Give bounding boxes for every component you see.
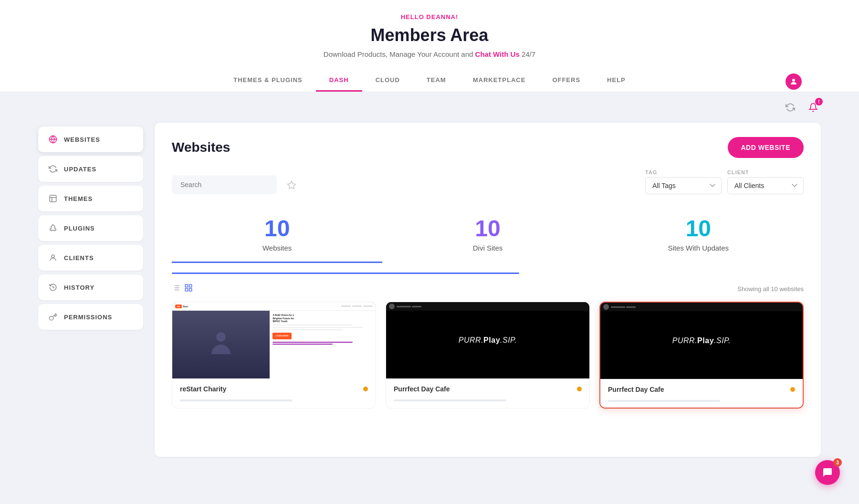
nav-item-dash[interactable]: DASH: [316, 70, 362, 92]
avatar[interactable]: [786, 74, 802, 90]
show-count-row: Showing all 10 websites: [172, 284, 804, 294]
subtitle-before: Download Products, Manage Your Account a…: [324, 50, 475, 58]
chat-widget[interactable]: 3: [815, 460, 840, 485]
card-status-restart: [363, 387, 368, 391]
card-purrfect-1[interactable]: PURR.Play.SIP. Purrfect Day Cafe: [386, 302, 590, 409]
sidebar-label-clients: CLIENTS: [64, 254, 94, 262]
stats-row: 10 Websites 10 Divi Sites 10 Sites With …: [172, 208, 804, 263]
card-footer-restart: reStart Charity: [172, 378, 376, 399]
sidebar-item-themes[interactable]: THEMES: [38, 186, 143, 211]
view-toggle: [172, 284, 193, 294]
card-bar-inner-restart: [180, 399, 293, 401]
stat-websites: 10 Websites: [172, 208, 382, 263]
sidebar-item-websites[interactable]: WEBSITES: [38, 126, 143, 152]
tag-label: TAG: [645, 169, 722, 175]
sidebar-item-clients[interactable]: CLIENTS: [38, 245, 143, 271]
nav-item-themes-plugins[interactable]: THEMES & PLUGINS: [220, 70, 316, 92]
content-area: Websites ADD WEBSITE TAG All Tags CLIENT: [155, 123, 821, 457]
card-name-purrfect-1: Purrfect Day Cafe: [394, 385, 450, 393]
user-icon: [48, 252, 58, 263]
card-name-restart: reStart Charity: [180, 385, 226, 393]
stat-updates-label: Sites With Updates: [603, 244, 794, 252]
svg-rect-15: [185, 284, 188, 287]
notification-icon[interactable]: !: [806, 100, 821, 115]
card-status-purrfect-1: [577, 387, 582, 391]
globe-icon: [48, 134, 58, 145]
sidebar-item-plugins[interactable]: PLUGINS: [38, 215, 143, 241]
refresh-icon[interactable]: [783, 100, 798, 115]
stat-sites-updates: 10 Sites With Updates: [593, 208, 804, 263]
plug-icon: [48, 223, 58, 233]
card-status-purrfect-2: [790, 387, 795, 392]
content-title: Websites: [172, 140, 230, 155]
svg-point-7: [50, 316, 53, 320]
stat-divi-number: 10: [392, 217, 583, 240]
svg-point-19: [216, 332, 226, 342]
sidebar: WEBSITES UPDATES THEMES: [38, 123, 143, 457]
svg-point-0: [792, 79, 795, 82]
card-footer-purrfect-2: Purrfect Day Cafe: [600, 379, 803, 400]
chat-badge: 3: [833, 458, 842, 467]
sidebar-label-permissions: PERMISSIONS: [64, 314, 112, 321]
card-bar-purrfect-1: [386, 399, 589, 407]
svg-marker-8: [288, 181, 296, 189]
card-bar-restart: [172, 399, 376, 407]
card-name-purrfect-2: Purrfect Day Cafe: [608, 386, 664, 393]
tag-filter: TAG All Tags: [645, 169, 722, 194]
tag-select[interactable]: All Tags: [645, 177, 722, 194]
svg-point-6: [52, 255, 54, 258]
nav-item-help[interactable]: HELP: [594, 70, 639, 92]
client-label: CLIENT: [727, 169, 804, 175]
sidebar-label-plugins: PLUGINS: [64, 225, 95, 232]
card-footer-purrfect-1: Purrfect Day Cafe: [386, 378, 589, 399]
stats-progress-bar: [172, 273, 519, 274]
filters-row: TAG All Tags CLIENT All Clients: [172, 169, 804, 194]
card-thumbnail-restart: re Start: [172, 302, 376, 378]
subtitle-after: 24/7: [520, 50, 535, 58]
sidebar-label-themes: THEMES: [64, 195, 93, 202]
svg-rect-18: [189, 289, 192, 291]
sidebar-label-websites: WEBSITES: [64, 136, 100, 143]
header: HELLO DEANNA! Members Area Download Prod…: [0, 0, 859, 92]
card-purrfect-2-selected[interactable]: PURR.Play.SIP. Purrfect Day Cafe: [599, 302, 804, 409]
stat-websites-number: 10: [181, 217, 373, 240]
grid-view-btn[interactable]: [184, 284, 193, 294]
sidebar-label-updates: UPDATES: [64, 166, 96, 173]
client-filter: CLIENT All Clients: [727, 169, 804, 194]
favorites-button[interactable]: [283, 176, 301, 194]
svg-rect-3: [50, 195, 56, 202]
card-restart-charity[interactable]: re Start: [172, 302, 376, 409]
layout-icon: [48, 193, 58, 204]
main-layout: WEBSITES UPDATES THEMES: [0, 123, 859, 457]
client-select[interactable]: All Clients: [727, 177, 804, 194]
header-subtitle: Download Products, Manage Your Account a…: [0, 50, 859, 58]
show-count-text: Showing all 10 websites: [737, 285, 804, 293]
stat-websites-label: Websites: [181, 244, 373, 252]
card-bar-inner-purrfect-1: [394, 399, 506, 401]
list-view-btn[interactable]: [172, 284, 180, 294]
nav-item-marketplace[interactable]: MARKETPLACE: [460, 70, 539, 92]
search-input[interactable]: [172, 175, 277, 194]
add-website-button[interactable]: ADD WEBSITE: [728, 137, 804, 158]
main-nav: THEMES & PLUGINS DASH CLOUD TEAM MARKETP…: [0, 70, 859, 92]
notification-badge: !: [815, 98, 823, 105]
cards-grid: re Start: [172, 302, 804, 409]
sidebar-item-updates[interactable]: UPDATES: [38, 156, 143, 182]
toolbar: !: [0, 92, 859, 123]
nav-item-offers[interactable]: OFFERS: [539, 70, 594, 92]
card-bar-inner-purrfect-2: [608, 400, 720, 402]
svg-rect-17: [185, 289, 188, 291]
chat-link[interactable]: Chat With Us: [475, 50, 520, 58]
content-header: Websites ADD WEBSITE: [172, 137, 804, 158]
stat-divi-label: Divi Sites: [392, 244, 583, 252]
svg-rect-16: [189, 284, 192, 287]
sidebar-item-permissions[interactable]: PERMISSIONS: [38, 304, 143, 330]
refresh-icon: [48, 164, 58, 174]
sidebar-item-history[interactable]: HISTORY: [38, 274, 143, 300]
card-bar-purrfect-2: [600, 400, 803, 408]
card-thumbnail-purrfect-1: PURR.Play.SIP.: [386, 302, 589, 378]
nav-item-cloud[interactable]: CLOUD: [362, 70, 413, 92]
stat-updates-number: 10: [603, 217, 794, 240]
history-icon: [48, 282, 58, 293]
nav-item-team[interactable]: TEAM: [413, 70, 460, 92]
